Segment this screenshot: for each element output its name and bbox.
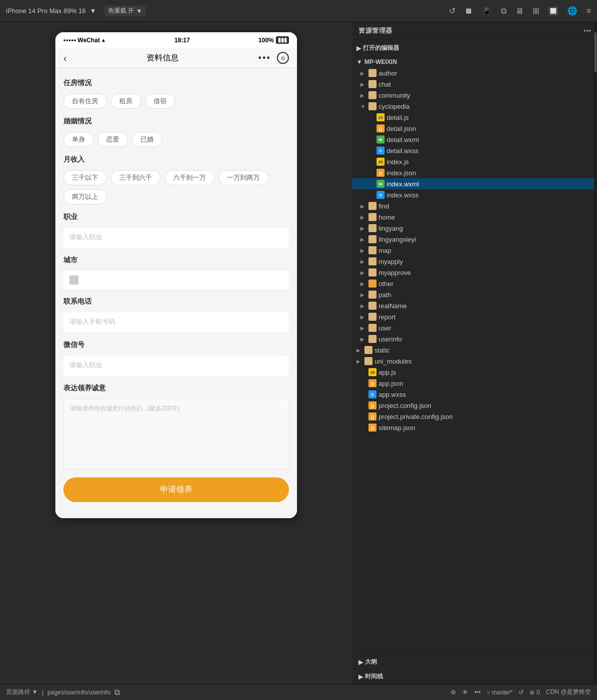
- outline-section[interactable]: ▶ 大纲: [352, 655, 597, 669]
- folder-other[interactable]: ▶ other: [352, 278, 597, 289]
- split-icon[interactable]: ⧉: [501, 7, 506, 16]
- income-option-3[interactable]: 一万到两万: [218, 170, 268, 185]
- marriage-option-2[interactable]: 已婚: [132, 132, 162, 147]
- folder-path[interactable]: ▶ path: [352, 289, 597, 300]
- scrollbar-track[interactable]: [594, 22, 597, 684]
- file-app-wxss[interactable]: S app.wxss: [352, 389, 597, 400]
- device-dropdown-icon[interactable]: ▼: [90, 7, 96, 15]
- battery-percent: 100%: [258, 37, 274, 44]
- city-selector[interactable]: [63, 271, 289, 289]
- globe-icon[interactable]: 🌐: [567, 6, 577, 16]
- file-app-json[interactable]: {} app.json: [352, 378, 597, 389]
- folder-cyclopedia[interactable]: ▼ cyclopedia: [352, 101, 597, 112]
- settings-icon[interactable]: ⚙: [451, 689, 456, 696]
- marriage-option-1[interactable]: 恋爱: [98, 132, 128, 147]
- panel-icon[interactable]: 🔲: [548, 6, 558, 16]
- folder-icon-userinfo: [368, 335, 377, 343]
- file-index-json[interactable]: {} index.json: [352, 167, 597, 178]
- phone-placeholder: 请输入手机号码: [69, 318, 115, 325]
- file-project-config[interactable]: {} project.config.json: [352, 400, 597, 411]
- folder-static[interactable]: ▶ static: [352, 344, 597, 356]
- folder-myapprove[interactable]: ▶ myapprove: [352, 267, 597, 278]
- file-sitemap[interactable]: {} sitemap.json: [352, 422, 597, 433]
- folder-userinfo[interactable]: ▶ userinfo: [352, 333, 597, 344]
- folder-map[interactable]: ▶ map: [352, 245, 597, 256]
- folder-label-uni-modules: uni_modules: [375, 358, 412, 365]
- file-detail-js[interactable]: JS detail.js: [352, 112, 597, 123]
- menu-icon[interactable]: ≡: [586, 7, 591, 16]
- folder-report[interactable]: ▶ report: [352, 311, 597, 322]
- marriage-option-0[interactable]: 单身: [63, 132, 94, 147]
- housing-option-0[interactable]: 自有住房: [63, 94, 107, 109]
- folder-label-community: community: [379, 92, 410, 99]
- file-index-wxml[interactable]: W index.wxml: [352, 178, 597, 189]
- sync-icon[interactable]: ↺: [518, 689, 524, 696]
- nav-right: ••• ⊙: [258, 52, 289, 64]
- project-root[interactable]: ▼ MP-WEIXIN: [352, 56, 597, 67]
- wechat-placeholder: 请输入职业: [69, 361, 102, 369]
- folder-icon-find: [368, 202, 377, 210]
- open-editors-section[interactable]: ▶ 打开的编辑器: [352, 42, 597, 54]
- file-detail-json[interactable]: {} detail.json: [352, 123, 597, 134]
- back-button[interactable]: ‹: [63, 52, 67, 64]
- folder-label-author: author: [379, 69, 397, 77]
- income-option-2[interactable]: 六千到一万: [165, 170, 214, 185]
- file-index-wxss[interactable]: S index.wxss: [352, 189, 597, 200]
- file-index-js[interactable]: JS index.js: [352, 156, 597, 167]
- phone-simulator: ••••• WeChat ▲ 18:17 100% ▮▮▮ ‹ 资料信息 •••…: [0, 22, 352, 684]
- housing-option-1[interactable]: 租房: [111, 94, 141, 109]
- file-detail-wxss[interactable]: S detail.wxss: [352, 145, 597, 156]
- more-button[interactable]: •••: [258, 53, 271, 63]
- file-app-js[interactable]: JS app.js: [352, 367, 597, 378]
- folder-home[interactable]: ▶ home: [352, 212, 597, 223]
- housing-option-2[interactable]: 借宿: [145, 94, 175, 109]
- file-detail-wxml[interactable]: W detail.wxml: [352, 134, 597, 145]
- folder-author[interactable]: ▶ author: [352, 67, 597, 79]
- folder-myapply[interactable]: ▶ myapply: [352, 256, 597, 267]
- income-option-1[interactable]: 三千到六千: [111, 170, 161, 185]
- folder-lingyang[interactable]: ▶ lingyang: [352, 223, 597, 234]
- desktop-icon[interactable]: 🖥: [515, 7, 524, 16]
- sincerity-textarea[interactable]: 请输请用你的诚意打动他们...(最多200字): [63, 399, 289, 469]
- grid-icon[interactable]: ⊞: [533, 6, 539, 16]
- phone-icon[interactable]: 📱: [482, 6, 492, 16]
- folder-label-myapprove: myapprove: [379, 269, 411, 276]
- folder-label-userinfo: userinfo: [379, 335, 402, 343]
- submit-button[interactable]: 申请领养: [63, 477, 289, 502]
- stop-icon[interactable]: ⏹: [465, 7, 473, 16]
- bottom-bar: 页面路径 ▼ | pages/userinfo/userinfo ⧉ ⚙ 👁 •…: [0, 684, 597, 700]
- device-selector[interactable]: iPhone 14 Pro Max 89% 16 ▼: [6, 7, 96, 15]
- more-icon[interactable]: •••: [474, 689, 481, 696]
- phone-nav: ‹ 资料信息 ••• ⊙: [55, 48, 297, 68]
- job-input[interactable]: 请输入职业: [63, 228, 289, 248]
- folder-find[interactable]: ▶ find: [352, 200, 597, 212]
- record-button[interactable]: ⊙: [277, 52, 289, 64]
- folder-community[interactable]: ▶ community: [352, 90, 597, 101]
- file-project-private-config[interactable]: {} project.private.config.json: [352, 411, 597, 422]
- folder-chat[interactable]: ▶ chat: [352, 79, 597, 90]
- folder-user[interactable]: ▶ user: [352, 322, 597, 333]
- folder-label-cyclopedia: cyclopedia: [379, 103, 409, 110]
- folder-label-lingyangxieyi: lingyangxieyi: [379, 236, 416, 243]
- income-option-4[interactable]: 两万以上: [63, 189, 107, 204]
- income-option-0[interactable]: 三千以下: [63, 170, 107, 185]
- folder-lingyangxieyi[interactable]: ▶ lingyangxieyi: [352, 234, 597, 245]
- copy-path-icon[interactable]: ⧉: [114, 688, 120, 697]
- file-label-sitemap: sitemap.json: [379, 424, 415, 432]
- js-icon-app: JS: [368, 368, 377, 376]
- folder-realname[interactable]: ▶ realName: [352, 300, 597, 311]
- preview-icon[interactable]: 👁: [462, 689, 468, 696]
- wxss-icon-detail: S: [377, 147, 385, 155]
- timeline-label: 时间线: [365, 672, 383, 681]
- arrow-cyclopedia: ▼: [360, 104, 366, 109]
- refresh-icon[interactable]: ↺: [449, 6, 456, 16]
- scrollbar-thumb[interactable]: [594, 32, 596, 73]
- wechat-input[interactable]: 请输入职业: [63, 356, 289, 376]
- timeline-section[interactable]: ▶ 时间线: [352, 669, 597, 684]
- folder-label-lingyang: lingyang: [379, 225, 403, 232]
- phone-input[interactable]: 请输入手机号码: [63, 312, 289, 332]
- folder-uni-modules[interactable]: ▶ uni_modules: [352, 356, 597, 367]
- submit-label: 申请领养: [160, 485, 192, 494]
- panel-action-icon[interactable]: •••: [583, 27, 591, 35]
- hot-reload-toggle[interactable]: 热重载 开 ▼: [104, 6, 146, 16]
